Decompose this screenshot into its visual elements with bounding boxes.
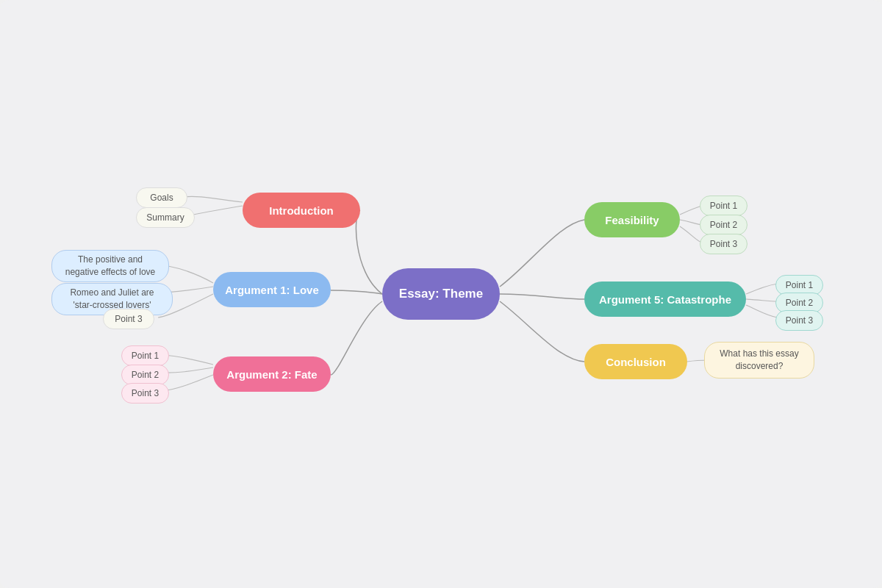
introduction-node[interactable]: Introduction [243,193,360,228]
center-node[interactable]: Essay: Theme [382,268,500,320]
arg5-p2-label: Point 2 [786,298,813,308]
arg5-p1-label: Point 1 [786,280,813,290]
fate-p2-label: Point 2 [132,370,159,380]
arg1-label: Argument 1: Love [225,284,319,296]
summary-leaf[interactable]: Summary [136,207,195,228]
love-p3-leaf[interactable]: Point 3 [103,309,154,329]
feas-p2-leaf[interactable]: Point 2 [700,215,747,235]
fate-p1-leaf[interactable]: Point 1 [121,345,169,366]
arg1-node[interactable]: Argument 1: Love [213,272,331,307]
love-p3-label: Point 3 [115,314,142,324]
love-p2-label: Romeo and Juliet are 'star-crossed lover… [61,287,163,312]
feas-p3-label: Point 3 [710,239,737,249]
fate-p1-label: Point 1 [132,351,159,361]
arg5-label: Argument 5: Catastrophe [599,293,731,306]
conclusion-leaf[interactable]: What has this essay discovered? [704,342,814,379]
arg5-p3-label: Point 3 [786,315,813,326]
conclusion-label: Conclusion [606,356,666,368]
love-p1-label: The positive and negative effects of lov… [61,254,159,279]
feas-p1-label: Point 1 [710,201,737,211]
arg2-label: Argument 2: Fate [226,368,317,381]
conclusion-node[interactable]: Conclusion [584,344,687,379]
fate-p3-label: Point 3 [132,388,159,398]
center-label: Essay: Theme [399,287,483,301]
summary-label: Summary [146,212,184,223]
love-p1-leaf[interactable]: The positive and negative effects of lov… [51,250,169,282]
goals-label: Goals [150,193,173,203]
feas-p3-leaf[interactable]: Point 3 [700,234,747,254]
fate-p2-leaf[interactable]: Point 2 [121,365,169,385]
introduction-label: Introduction [269,204,333,217]
goals-leaf[interactable]: Goals [136,187,187,208]
conclusion-q-label: What has this essay discovered? [714,348,805,373]
feasibility-label: Feasibility [605,214,659,226]
mind-map-canvas: Essay: Theme Introduction Argument 1: Lo… [0,0,882,588]
feas-p2-label: Point 2 [710,220,737,230]
feasibility-node[interactable]: Feasibility [584,202,680,237]
feas-p1-leaf[interactable]: Point 1 [700,196,747,216]
fate-p3-leaf[interactable]: Point 3 [121,383,169,404]
arg5-node[interactable]: Argument 5: Catastrophe [584,282,746,317]
arg2-node[interactable]: Argument 2: Fate [213,356,331,392]
arg5-p3-leaf[interactable]: Point 3 [775,310,823,331]
